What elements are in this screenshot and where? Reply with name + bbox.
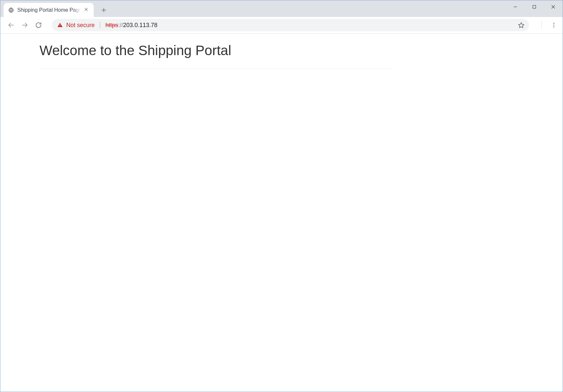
svg-point-15 (554, 25, 555, 26)
browser-tab[interactable]: Shipping Portal Home Page - Shi (4, 3, 94, 17)
window-maximize-button[interactable] (525, 0, 544, 13)
svg-rect-6 (533, 6, 536, 8)
horizontal-rule (39, 68, 391, 68)
svg-rect-12 (60, 26, 60, 27)
url-text[interactable]: https://203.0.113.78 (105, 22, 515, 29)
warning-triangle-icon (57, 22, 63, 28)
svg-marker-13 (519, 23, 524, 28)
reload-button[interactable] (32, 19, 45, 31)
url-host: 203.0.113.78 (123, 22, 157, 28)
toolbar-separator (541, 21, 542, 29)
address-bar[interactable]: Not secure https://203.0.113.78 (52, 19, 529, 31)
window-minimize-button[interactable] (506, 0, 525, 13)
window-controls (506, 0, 563, 13)
back-button[interactable] (5, 19, 17, 31)
close-tab-icon[interactable] (84, 7, 90, 13)
page-viewport: Welcome to the Shipping Portal (0, 34, 563, 68)
tab-title: Shipping Portal Home Page - Shi (17, 7, 81, 13)
omnibox-divider (100, 22, 100, 28)
security-status: Not secure (66, 22, 95, 29)
svg-rect-11 (60, 24, 60, 26)
browser-menu-button[interactable] (548, 19, 560, 31)
bookmark-star-icon[interactable] (518, 22, 524, 28)
browser-toolbar: Not secure https://203.0.113.78 (0, 17, 563, 34)
svg-point-16 (554, 26, 555, 27)
forward-button[interactable] (19, 19, 31, 31)
url-scheme-sep: :// (118, 22, 123, 28)
page-title: Welcome to the Shipping Portal (39, 43, 391, 58)
globe-icon (8, 7, 14, 13)
new-tab-button[interactable] (98, 5, 109, 16)
svg-point-14 (554, 23, 555, 24)
titlebar: Shipping Portal Home Page - Shi (0, 0, 563, 17)
window-close-button[interactable] (544, 0, 563, 13)
url-scheme: https (105, 22, 118, 28)
page-content: Welcome to the Shipping Portal (39, 43, 391, 68)
